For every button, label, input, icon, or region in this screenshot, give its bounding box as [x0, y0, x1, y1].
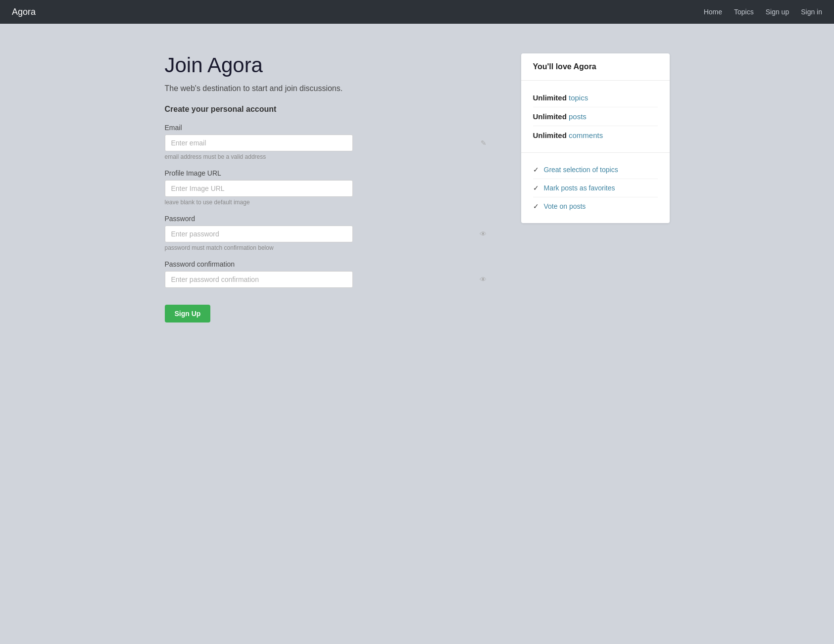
nav-signin[interactable]: Sign in	[801, 8, 822, 16]
check-vote-icon: ✓	[533, 202, 539, 210]
check-topics-text: Great selection of topics	[544, 166, 618, 174]
unlimited-posts-text: posts	[569, 112, 587, 121]
nav-brand[interactable]: Agora	[12, 7, 36, 17]
nav-signup[interactable]: Sign up	[766, 8, 789, 16]
image-hint: leave blank to use default image	[165, 199, 491, 206]
nav-links: Home Topics Sign up Sign in	[704, 8, 822, 16]
password-eye-icon: 👁	[480, 230, 487, 238]
unlimited-posts: Unlimited posts	[533, 107, 658, 126]
check-favorites-icon: ✓	[533, 184, 539, 192]
signup-button[interactable]: Sign Up	[165, 305, 211, 322]
check-vote: ✓ Vote on posts	[533, 197, 658, 215]
unlimited-topics-bold: Unlimited	[533, 93, 567, 102]
confirm-group: Password confirmation 👁	[165, 260, 491, 288]
features-card: You'll love Agora Unlimited topics Unlim…	[521, 53, 670, 223]
features-header: You'll love Agora	[521, 53, 670, 81]
features-card-title: You'll love Agora	[533, 62, 658, 71]
email-input[interactable]	[165, 135, 353, 151]
password-hint: password must match confirmation below	[165, 244, 491, 251]
nav-topics[interactable]: Topics	[734, 8, 754, 16]
navbar: Agora Home Topics Sign up Sign in	[0, 0, 834, 24]
unlimited-posts-bold: Unlimited	[533, 112, 567, 121]
right-panel: You'll love Agora Unlimited topics Unlim…	[521, 53, 670, 322]
page-subtitle: The web's destination to start and join …	[165, 84, 491, 93]
check-favorites-text: Mark posts as favorites	[544, 184, 615, 192]
unlimited-topics-text: topics	[569, 93, 588, 102]
password-input[interactable]	[165, 226, 353, 242]
password-label: Password	[165, 215, 491, 223]
check-topics: ✓ Great selection of topics	[533, 161, 658, 179]
unlimited-comments-bold: Unlimited	[533, 131, 567, 139]
page-content: Join Agora The web's destination to star…	[145, 24, 689, 342]
unlimited-comments-text: comments	[569, 131, 603, 139]
password-input-wrapper: 👁	[165, 226, 491, 242]
unlimited-comments: Unlimited comments	[533, 126, 658, 144]
image-input-wrapper	[165, 180, 491, 197]
unlimited-section: Unlimited topics Unlimited posts Unlimit…	[521, 81, 670, 153]
image-input[interactable]	[165, 180, 353, 197]
email-icon: ✎	[481, 139, 487, 147]
confirm-input[interactable]	[165, 271, 353, 288]
confirm-eye-icon: 👁	[480, 276, 487, 283]
check-vote-text: Vote on posts	[544, 202, 586, 210]
unlimited-topics: Unlimited topics	[533, 89, 658, 107]
image-label: Profile Image URL	[165, 169, 491, 177]
check-favorites: ✓ Mark posts as favorites	[533, 179, 658, 197]
image-group: Profile Image URL leave blank to use def…	[165, 169, 491, 206]
email-input-wrapper: ✎	[165, 135, 491, 151]
left-panel: Join Agora The web's destination to star…	[165, 53, 491, 322]
check-topics-icon: ✓	[533, 166, 539, 174]
confirm-input-wrapper: 👁	[165, 271, 491, 288]
checkmarks-section: ✓ Great selection of topics ✓ Mark posts…	[521, 153, 670, 223]
form-section-title: Create your personal account	[165, 105, 491, 114]
email-hint: email address must be a valid address	[165, 153, 491, 160]
password-group: Password 👁 password must match confirmat…	[165, 215, 491, 251]
confirm-label: Password confirmation	[165, 260, 491, 268]
nav-home[interactable]: Home	[704, 8, 722, 16]
email-group: Email ✎ email address must be a valid ad…	[165, 124, 491, 160]
page-title: Join Agora	[165, 53, 491, 77]
email-label: Email	[165, 124, 491, 132]
